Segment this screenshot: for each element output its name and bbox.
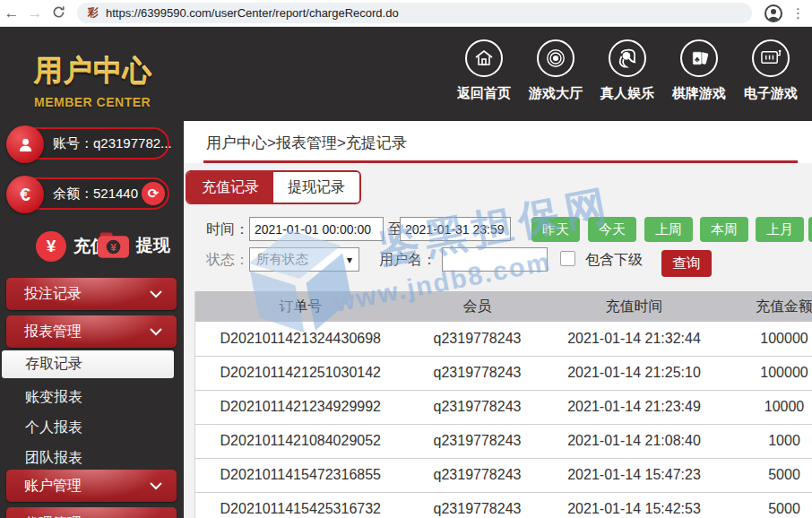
user-icon xyxy=(6,125,44,163)
search-button[interactable]: 查询 xyxy=(661,250,712,277)
quick-last-week-button[interactable]: 上周 xyxy=(644,217,693,242)
sidebar-item-team-report[interactable]: 团队报表 xyxy=(0,446,184,470)
status-label: 状态： xyxy=(206,247,249,272)
records-table: 订单号 会员 充值时间 充值金额 D2021011421324430698q23… xyxy=(194,291,812,518)
time-from-input[interactable] xyxy=(249,217,384,241)
address-bar[interactable]: 彩 https://6399590.com/userCenter/report/… xyxy=(77,3,752,23)
sidebar-item-report-mgmt[interactable]: 报表管理 xyxy=(6,315,177,348)
wallet-icon: ¥ xyxy=(97,231,130,260)
col-charge-time: 充值时间 xyxy=(549,291,720,322)
refresh-balance-icon[interactable]: ⟳ xyxy=(142,182,165,205)
logo-title: 用户中心 xyxy=(34,52,152,91)
svg-text:♣: ♣ xyxy=(694,54,699,63)
table-row: D2021011415425316732q2319778243 2021-01-… xyxy=(195,492,812,518)
breadcrumb: 用户中心>报表管理>充提记录 xyxy=(206,133,407,153)
live-dealer-icon xyxy=(609,39,646,77)
col-charge-amount: 充值金额 xyxy=(720,291,812,322)
svg-text:8: 8 xyxy=(555,56,557,61)
nav-item-live-casino[interactable]: 真人娱乐 xyxy=(592,39,663,102)
col-order-no: 订单号 xyxy=(195,291,406,322)
yen-icon: ¥ xyxy=(36,231,66,262)
table-row: D2021011421234929992q2319778243 2021-01-… xyxy=(195,390,812,424)
browser-forward-icon[interactable]: → xyxy=(23,0,47,27)
sidebar: 账号：q23197782... € 余额：521440 ⟳ ¥ 充值 ¥ 提现 xyxy=(0,121,184,518)
url-text: https://6399590.com/userCenter/report/ch… xyxy=(106,6,399,20)
screen: ← → 彩 https://6399590.com/userCenter/rep… xyxy=(0,0,812,518)
poker-cards-icon: ♣ xyxy=(680,39,718,77)
nav-item-board-games[interactable]: ♣ 棋牌游戏 xyxy=(663,39,735,102)
record-tabs: 充值记录 提现记录 xyxy=(186,170,361,204)
include-sub-checkbox[interactable] xyxy=(560,251,575,266)
slot-machine-icon xyxy=(752,39,790,77)
chevron-down-icon xyxy=(150,328,162,336)
quick-this-month-button[interactable] xyxy=(808,217,812,242)
quick-today-button[interactable]: 今天 xyxy=(588,217,636,242)
table-row: D2021011421084029052q2319778243 2021-01-… xyxy=(195,424,812,458)
svg-text:¥: ¥ xyxy=(110,241,117,253)
quick-yesterday-button[interactable]: 昨天 xyxy=(531,217,580,242)
table-row: D2021011421324430698q2319778243 2021-01-… xyxy=(195,322,812,356)
sidebar-item-deposit-withdraw-records[interactable]: 存取记录 xyxy=(2,350,174,378)
top-nav: 返回首页 8 游戏大厅 xyxy=(448,39,807,102)
quick-this-week-button[interactable]: 本周 xyxy=(700,217,748,242)
tab-withdraw-records[interactable]: 提现记录 xyxy=(273,172,359,203)
sidebar-item-bet-records[interactable]: 投注记录 xyxy=(6,278,177,310)
sidebar-item-agent-mgmt[interactable]: 代理管理 xyxy=(6,507,177,518)
table-body: D2021011421324430698q2319778243 2021-01-… xyxy=(195,322,812,518)
logo-subtitle: MEMBER CENTER xyxy=(34,95,152,109)
site-favicon: 彩 xyxy=(88,5,99,21)
euro-icon: € xyxy=(6,176,44,213)
sidebar-item-personal-report[interactable]: 个人报表 xyxy=(0,416,184,439)
balance-label: 余额：521440 xyxy=(53,186,138,203)
include-sub-label: 包含下级 xyxy=(585,247,643,272)
status-select[interactable]: 所有状态 ▾ xyxy=(249,247,359,272)
browser-toolbar: ← → 彩 https://6399590.com/userCenter/rep… xyxy=(0,0,812,27)
account-label: 账号：q23197782... xyxy=(53,135,172,152)
username-label: 用户名： xyxy=(379,247,436,272)
username-input[interactable] xyxy=(442,247,548,272)
chevron-down-icon xyxy=(150,482,162,490)
time-label: 时间： xyxy=(206,217,249,242)
balance-pill: € 余额：521440 ⟳ xyxy=(7,177,169,210)
main-content: 用户中心>报表管理>充提记录 充值记录 提现记录 时间： 至 昨天 今天 上周 … xyxy=(184,121,812,518)
table-row: D2021011415472316855q2319778243 2021-01-… xyxy=(195,458,812,492)
account-pill: 账号：q23197782... xyxy=(7,127,169,160)
withdraw-button[interactable]: ¥ 提现 xyxy=(97,231,170,260)
col-member: 会员 xyxy=(406,291,549,322)
browser-back-icon[interactable]: ← xyxy=(0,0,23,27)
chevron-down-icon xyxy=(150,290,162,298)
nav-item-game-hall[interactable]: 8 游戏大厅 xyxy=(520,39,592,102)
time-to-input[interactable] xyxy=(400,217,511,241)
app-header: 用户中心 MEMBER CENTER 返回首页 8 xyxy=(0,27,812,121)
select-chevron-icon: ▾ xyxy=(347,254,352,266)
quick-last-month-button[interactable]: 上月 xyxy=(756,217,804,242)
nav-item-slots[interactable]: 电子游戏 xyxy=(735,39,807,102)
tab-deposit-records[interactable]: 充值记录 xyxy=(187,172,273,203)
browser-menu-icon[interactable]: ⋮ xyxy=(791,5,805,22)
home-icon xyxy=(465,39,503,77)
table-row: D2021011421251030142q2319778243 2021-01-… xyxy=(195,356,812,390)
sidebar-item-account-mgmt[interactable]: 账户管理 xyxy=(6,470,177,502)
nav-item-home[interactable]: 返回首页 xyxy=(448,39,520,102)
sidebar-item-account-change-report[interactable]: 账变报表 xyxy=(0,385,184,409)
eight-ball-icon: 8 xyxy=(537,39,574,77)
browser-profile-icon[interactable] xyxy=(764,4,782,22)
logo: 用户中心 MEMBER CENTER xyxy=(34,52,152,109)
table-header-row: 订单号 会员 充值时间 充值金额 xyxy=(195,291,812,322)
browser-reload-icon[interactable] xyxy=(47,5,70,22)
